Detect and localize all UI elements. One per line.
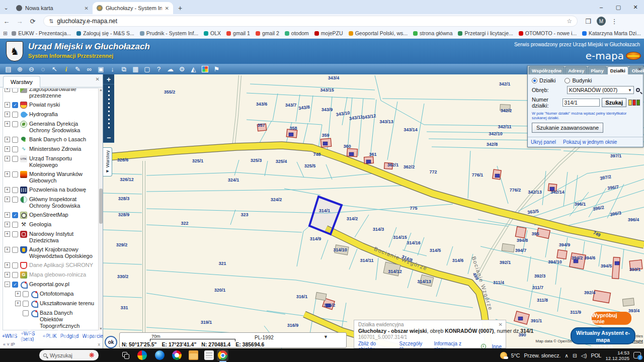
bookmark-item[interactable]: Katarzyna Marta Dzi... [582,30,641,36]
panel-footer-link[interactable]: Wsparcie [82,333,103,339]
volume-icon[interactable]: ◁) [581,352,587,358]
layer-item[interactable]: +Hydrografia [5,110,95,119]
expand-icon[interactable]: + [5,137,10,142]
browser-tab-inactive[interactable]: Nowa karta ✕ [12,2,93,14]
taskbar-search-box[interactable]: Wyszukaj ❋ [39,350,99,360]
layers-icon[interactable]: ▤ [3,64,14,74]
weather-temp[interactable]: 5°C [511,352,520,358]
site-info-icon[interactable]: ⇅ [49,18,53,25]
layer-item[interactable]: +✓OpenStreetMap [5,210,95,220]
panels-icon[interactable]: ▦ [130,64,141,74]
bookmark-item[interactable]: mojePZU [314,30,343,36]
network-icon[interactable]: ⊟ [573,352,577,358]
file-explorer-icon[interactable] [189,350,198,360]
task-view-icon[interactable] [121,350,130,360]
layer-checkbox[interactable] [12,262,18,268]
bookmark-item[interactable]: Zaloguj się - M&S S... [76,30,134,36]
expand-icon[interactable]: + [15,291,21,297]
layer-checkbox[interactable] [23,310,29,316]
bookmark-item[interactable]: gmail 2 [256,30,279,36]
expand-icon[interactable]: + [5,222,10,227]
tab-plany[interactable]: Plany [588,66,606,74]
expand-icon[interactable]: + [5,102,10,108]
clock[interactable]: 14:53 12.12.2025 [605,350,629,361]
download-icon[interactable]: ↓ [107,64,118,74]
notifications-icon[interactable]: 2 [633,352,641,358]
chrome-icon[interactable] [218,350,227,360]
zoom-out-button[interactable]: − [103,133,114,143]
tab-close-icon[interactable]: ✕ [165,6,169,11]
zoom-slider[interactable] [103,84,114,133]
panel-footer-link[interactable]: +WFS (beta) [21,331,39,342]
bookmark-item[interactable]: OLX [204,30,221,36]
tab-warstwy[interactable]: Warstwy [3,76,40,87]
mini-close[interactable]: x [98,342,101,347]
panel-footer-link[interactable]: +WMS [2,333,17,339]
close-icon[interactable]: ✕ [96,76,100,82]
layer-checkbox[interactable] [12,187,18,193]
layer-item[interactable]: +Narodowy Instytut Dziedzictwa [5,229,95,245]
bookmark-item[interactable]: Prudnik - System Inf... [140,30,198,36]
tab-adresy[interactable]: Adresy [565,66,587,74]
layer-item[interactable]: +Zagospodarowanie przestrzenne [5,88,95,100]
apps-grid-icon[interactable]: ⊞ [3,30,8,37]
crs-label[interactable]: PL-1992 [255,335,274,340]
layer-item[interactable]: −✓Geoportal.gov.pl [5,280,95,289]
layer-item[interactable]: +⚒Geologia [5,220,95,229]
bookmark-item[interactable]: Przetargi i licytacje... [458,30,513,36]
scrollbar-thumb[interactable] [99,189,103,224]
tab-search-icon[interactable]: ⌄ [0,5,12,14]
edge-browser-icon[interactable] [155,350,165,360]
tab-działki[interactable]: Działki [607,66,628,74]
expand-icon[interactable]: + [5,121,10,127]
radio-budynki[interactable]: Budynki [565,77,592,83]
bookmark-item[interactable]: Geoportal Polski, ws... [349,30,408,36]
bookmark-item[interactable]: OTOMOTO - nowe i... [519,30,577,36]
virtual-assistant-button[interactable]: Wirtualny Asystent e-mapa (v.0.3.6) [571,327,635,344]
layer-checkbox[interactable] [12,231,18,237]
bookmark-item[interactable]: gmail 1 [226,30,250,36]
expand-icon[interactable]: − [5,282,10,287]
legend-grid-icon[interactable] [202,66,208,72]
url-bar[interactable]: ⇅ glucholazy.e-mapa.net ☆ [43,16,578,27]
layer-item[interactable]: +✓Powiat nyski [5,100,95,110]
maximize-button[interactable]: ▢ [610,4,627,11]
expand-icon[interactable]: + [5,272,10,278]
layer-checkbox[interactable]: ✓ [12,282,18,288]
bookmark-item[interactable]: strona główna [413,30,452,36]
reload-icon[interactable]: ⟳ [26,18,39,25]
expand-icon[interactable]: + [5,146,10,152]
layer-item[interactable]: +Bank Danych o Lasach [5,135,95,144]
layers-collapse-tab[interactable]: ◄ Warstwy [103,147,112,176]
language-indicator[interactable]: POL [591,352,601,358]
layer-checkbox[interactable] [23,301,29,307]
compare-icon[interactable]: ◭ [188,64,199,74]
radio-działki[interactable]: Działki [532,77,555,83]
layer-checkbox[interactable] [12,272,18,278]
help-icon[interactable]: ? [153,64,164,74]
mini-left[interactable]: « ˅ IP [3,342,15,347]
scrollbar[interactable]: ▲ ▼ [98,88,103,330]
layer-item[interactable]: +Pozwolenia na budowę [5,185,95,195]
info-icon[interactable]: i [61,64,71,74]
layer-item[interactable]: +Audyt Krajobrazowy Województwa Opolskie… [5,245,95,260]
expand-icon[interactable]: + [5,171,10,177]
layer-checkbox[interactable] [12,222,18,228]
obreb-select[interactable]: KONRADÓW (0007)▼ [567,86,634,94]
zoom-out-icon[interactable]: ⊖ [26,64,37,74]
layer-item[interactable]: +Główny Inspektorat Ochrony Środowiska [5,195,95,210]
close-icon[interactable]: ✕ [637,67,641,72]
panel-footer-link[interactable]: Podgląd [60,333,79,339]
upload-icon[interactable]: ☁ [165,64,176,74]
layer-item[interactable]: +Generalna Dyrekcja Ochrony Środowiska [5,119,95,135]
expand-icon[interactable]: + [5,262,10,268]
layer-item[interactable]: +UTKUrząd Transportu Kolejowego [5,154,95,169]
link-icon[interactable]: ∞ [84,64,95,74]
back-icon[interactable]: ← [0,18,13,25]
menu-dots-icon[interactable]: ⋮ [608,18,621,25]
select-area-icon[interactable]: ◌ [38,64,48,74]
marker-icon[interactable]: ⚑ [211,64,222,74]
hide-panel-link[interactable]: Ukryj panel [531,139,556,145]
layer-checkbox[interactable] [12,121,18,127]
expand-icon[interactable]: + [5,212,10,218]
